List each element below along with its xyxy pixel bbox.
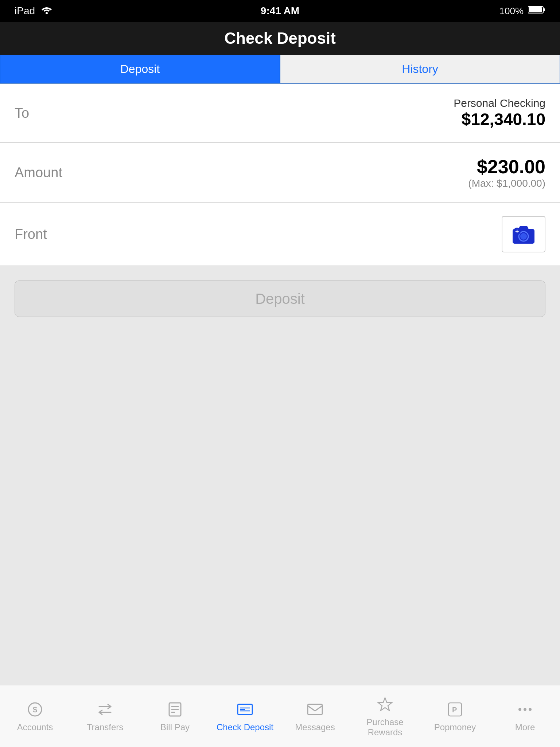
page-title: Check Deposit (224, 29, 336, 47)
wifi-icon (41, 5, 52, 17)
bottom-nav: $ Accounts Transfers Bill Pay (0, 685, 560, 747)
nav-label-more: More (515, 722, 535, 732)
amount-value-wrap[interactable]: $230.00 (Max: $1,000.00) (468, 156, 545, 189)
svg-rect-19 (308, 704, 322, 715)
tab-history[interactable]: History (280, 55, 560, 84)
svg-point-0 (46, 12, 48, 14)
amount-max: (Max: $1,000.00) (468, 178, 545, 189)
nav-label-messages: Messages (295, 722, 335, 732)
dollar-circle-icon: $ (25, 700, 45, 719)
nav-item-popmoney[interactable]: P Popmoney (420, 685, 490, 747)
nav-item-purchaserewards[interactable]: Purchase Rewards (350, 685, 420, 747)
fill-area (0, 317, 560, 747)
nav-label-transfers: Transfers (87, 722, 123, 732)
camera-button[interactable]: + (502, 216, 545, 252)
amount-value: $230.00 (468, 156, 545, 178)
nav-item-billpay[interactable]: Bill Pay (140, 685, 210, 747)
nav-item-checkdeposit[interactable]: Check Deposit (210, 685, 280, 747)
svg-point-6 (520, 233, 527, 240)
svg-rect-3 (529, 7, 542, 12)
svg-point-23 (518, 708, 521, 711)
status-bar: iPad 9:41 AM 100% (0, 0, 560, 22)
tab-bar: Deposit History (0, 55, 560, 84)
deposit-button[interactable]: Deposit (15, 280, 545, 317)
nav-label-billpay: Bill Pay (160, 722, 190, 732)
star-icon (375, 695, 395, 713)
amount-row: Amount $230.00 (Max: $1,000.00) (0, 143, 560, 203)
nav-item-more[interactable]: More (490, 685, 560, 747)
to-value[interactable]: Personal Checking $12,340.10 (454, 97, 545, 129)
bill-pay-icon (165, 700, 185, 719)
account-name: Personal Checking (454, 97, 545, 109)
front-row: Front + (0, 203, 560, 266)
battery-percent: 100% (499, 5, 524, 17)
title-bar: Check Deposit (0, 22, 560, 55)
svg-text:$: $ (33, 705, 37, 714)
svg-point-24 (524, 708, 526, 711)
nav-item-accounts[interactable]: $ Accounts (0, 685, 70, 747)
svg-rect-2 (543, 8, 545, 11)
svg-point-25 (529, 708, 532, 711)
to-label: To (15, 105, 29, 121)
transfer-arrows-icon (95, 700, 115, 719)
ellipsis-icon (515, 700, 535, 719)
svg-text:+: + (515, 228, 519, 235)
to-row: To Personal Checking $12,340.10 (0, 84, 560, 143)
nav-label-purchaserewards: Purchase Rewards (350, 717, 420, 738)
nav-item-transfers[interactable]: Transfers (70, 685, 140, 747)
nav-label-accounts: Accounts (17, 722, 53, 732)
nav-item-messages[interactable]: Messages (280, 685, 350, 747)
svg-text:P: P (452, 706, 457, 714)
main-content: To Personal Checking $12,340.10 Amount $… (0, 84, 560, 266)
svg-marker-20 (378, 698, 392, 711)
tab-deposit[interactable]: Deposit (0, 55, 280, 84)
amount-label: Amount (15, 165, 62, 181)
popmoney-icon: P (445, 700, 465, 719)
deposit-button-area: Deposit (0, 266, 560, 317)
status-time: 9:41 AM (261, 5, 299, 16)
check-deposit-icon (235, 700, 255, 719)
device-label: iPad (15, 5, 35, 17)
nav-label-checkdeposit: Check Deposit (217, 722, 273, 732)
account-balance: $12,340.10 (454, 109, 545, 129)
battery-icon (528, 5, 545, 17)
envelope-icon (305, 700, 325, 719)
nav-label-popmoney: Popmoney (434, 722, 476, 732)
front-label: Front (15, 227, 47, 242)
